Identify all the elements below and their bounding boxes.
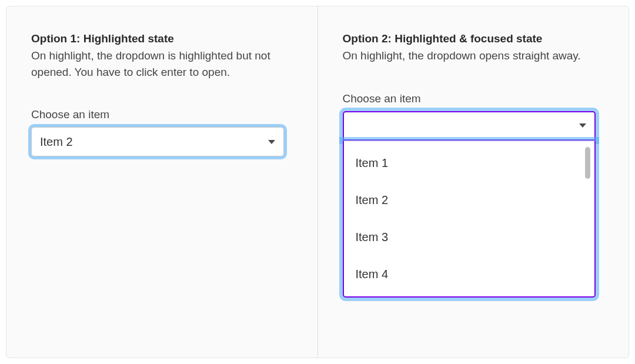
option-1-title: Option 1: Highlighted state <box>31 32 293 45</box>
dropdown-item[interactable]: Item 2 <box>344 182 592 219</box>
option-2-dropdown: Item 1 Item 2 Item 3 Item 4 <box>343 141 596 298</box>
option-2-select[interactable] <box>343 111 596 141</box>
option-2-dropdown-list: Item 1 Item 2 Item 3 Item 4 <box>344 145 592 293</box>
option-1-select-wrap: Item 2 <box>31 127 284 156</box>
chevron-down-icon <box>268 140 275 144</box>
option-2-description: On highlight, the dropdown opens straigh… <box>343 48 590 64</box>
option-1-description: On highlight, the dropdown is highlighte… <box>31 48 278 80</box>
option-2-select-wrap: Item 1 Item 2 Item 3 Item 4 <box>343 111 596 141</box>
panel-option-2: Option 2: Highlighted & focused state On… <box>318 6 629 358</box>
option-2-title: Option 2: Highlighted & focused state <box>343 32 604 45</box>
dropdown-item[interactable]: Item 3 <box>344 219 592 256</box>
panel-option-1: Option 1: Highlighted state On highlight… <box>6 6 318 358</box>
option-1-select[interactable]: Item 2 <box>31 127 284 156</box>
option-2-select-label: Choose an item <box>343 92 604 105</box>
scrollbar-thumb[interactable] <box>585 147 590 179</box>
chevron-down-icon <box>579 123 586 128</box>
dropdown-item[interactable]: Item 4 <box>344 256 592 293</box>
option-1-select-value: Item 2 <box>40 135 268 149</box>
option-1-select-label: Choose an item <box>31 108 293 121</box>
dropdown-item[interactable]: Item 1 <box>344 145 592 182</box>
comparison-container: Option 1: Highlighted state On highlight… <box>6 6 629 358</box>
